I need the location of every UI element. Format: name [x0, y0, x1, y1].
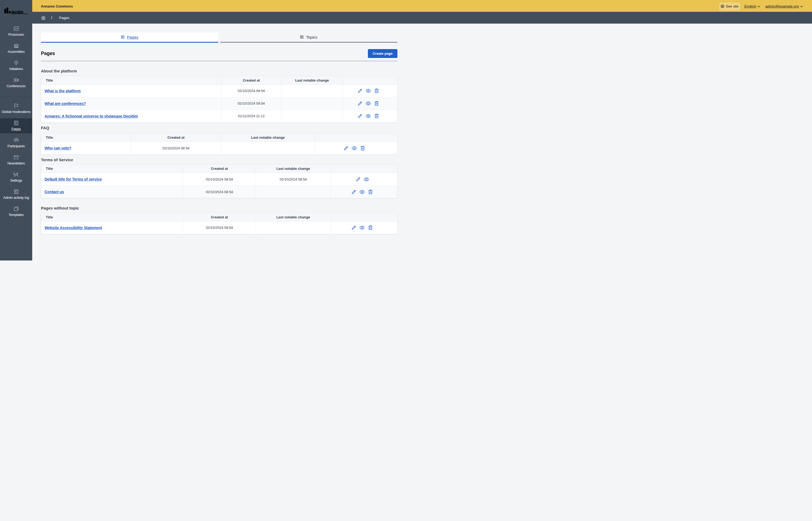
svg-text:free open-source democracy: free open-source democracy	[11, 13, 28, 15]
